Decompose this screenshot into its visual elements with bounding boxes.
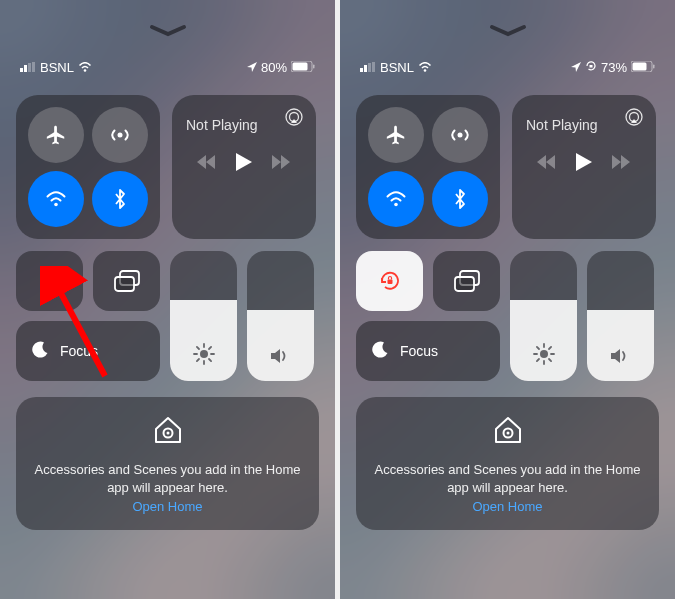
cellular-data-button[interactable] — [432, 107, 488, 163]
svg-point-8 — [118, 133, 123, 138]
orientation-lock-button[interactable] — [16, 251, 83, 311]
forward-icon[interactable] — [612, 155, 632, 173]
home-icon — [151, 413, 185, 451]
screen-mirroring-button[interactable] — [93, 251, 160, 311]
media-panel[interactable]: Not Playing — [512, 95, 656, 239]
svg-line-20 — [196, 347, 198, 349]
svg-rect-34 — [633, 63, 647, 71]
bluetooth-button[interactable] — [432, 171, 488, 227]
battery-percent: 73% — [601, 60, 627, 75]
phone-screen-2: BSNL 73% — [340, 0, 675, 599]
svg-rect-28 — [364, 65, 367, 72]
wifi-button[interactable] — [28, 171, 84, 227]
forward-icon[interactable] — [272, 155, 292, 173]
status-bar: BSNL 73% — [340, 60, 675, 75]
brightness-slider[interactable] — [170, 251, 237, 381]
svg-point-37 — [394, 203, 398, 207]
focus-label: Focus — [60, 343, 98, 359]
battery-percent: 80% — [261, 60, 287, 75]
svg-point-25 — [166, 432, 169, 435]
svg-rect-35 — [653, 65, 655, 69]
wifi-status-icon — [78, 60, 92, 75]
svg-rect-42 — [455, 277, 474, 291]
svg-rect-2 — [28, 63, 31, 72]
svg-point-36 — [458, 133, 463, 138]
wifi-button[interactable] — [368, 171, 424, 227]
rewind-icon[interactable] — [196, 155, 216, 173]
connectivity-panel[interactable] — [16, 95, 160, 239]
play-icon[interactable] — [236, 153, 252, 175]
open-home-link[interactable]: Open Home — [472, 499, 542, 514]
svg-line-22 — [196, 359, 198, 361]
svg-line-49 — [549, 359, 551, 361]
svg-point-53 — [506, 432, 509, 435]
focus-button[interactable]: Focus — [16, 321, 160, 381]
svg-line-48 — [536, 347, 538, 349]
rewind-icon[interactable] — [536, 155, 556, 173]
airplane-mode-button[interactable] — [368, 107, 424, 163]
media-panel[interactable]: Not Playing — [172, 95, 316, 239]
signal-icon — [360, 60, 376, 75]
svg-rect-32 — [589, 65, 592, 68]
svg-line-21 — [209, 359, 211, 361]
focus-button[interactable]: Focus — [356, 321, 500, 381]
volume-icon — [610, 347, 632, 369]
phone-screen-1: BSNL 80% — [0, 0, 335, 599]
status-bar: BSNL 80% — [0, 60, 335, 75]
svg-line-51 — [549, 347, 551, 349]
svg-rect-0 — [20, 68, 23, 72]
svg-point-15 — [200, 350, 208, 358]
volume-slider[interactable] — [587, 251, 654, 381]
collapse-chevron-icon[interactable] — [488, 24, 528, 42]
moon-icon — [370, 340, 390, 363]
svg-rect-29 — [368, 63, 371, 72]
svg-rect-27 — [360, 68, 363, 72]
svg-rect-7 — [313, 65, 315, 69]
signal-icon — [20, 60, 36, 75]
svg-point-4 — [84, 69, 87, 72]
moon-icon — [30, 340, 50, 363]
cellular-data-button[interactable] — [92, 107, 148, 163]
home-card[interactable]: Accessories and Scenes you add in the Ho… — [356, 397, 659, 530]
svg-rect-3 — [32, 62, 35, 72]
play-icon[interactable] — [576, 153, 592, 175]
location-icon — [571, 60, 581, 75]
airplay-icon[interactable] — [624, 107, 644, 131]
screen-mirroring-button[interactable] — [433, 251, 500, 311]
location-icon — [247, 60, 257, 75]
svg-line-50 — [536, 359, 538, 361]
svg-point-43 — [540, 350, 548, 358]
svg-rect-12 — [47, 280, 52, 285]
svg-rect-40 — [387, 280, 392, 285]
battery-icon — [291, 60, 315, 75]
svg-point-31 — [424, 69, 427, 72]
wifi-status-icon — [418, 60, 432, 75]
connectivity-panel[interactable] — [356, 95, 500, 239]
svg-point-9 — [54, 203, 58, 207]
brightness-icon — [533, 343, 555, 369]
battery-icon — [631, 60, 655, 75]
volume-slider[interactable] — [247, 251, 314, 381]
home-icon — [491, 413, 525, 451]
volume-icon — [270, 347, 292, 369]
bluetooth-button[interactable] — [92, 171, 148, 227]
home-text: Accessories and Scenes you add in the Ho… — [32, 461, 303, 497]
brightness-slider[interactable] — [510, 251, 577, 381]
home-text: Accessories and Scenes you add in the Ho… — [372, 461, 643, 497]
orientation-lock-button[interactable] — [356, 251, 423, 311]
svg-rect-30 — [372, 62, 375, 72]
carrier-label: BSNL — [40, 60, 74, 75]
airplane-mode-button[interactable] — [28, 107, 84, 163]
svg-rect-6 — [293, 63, 308, 71]
focus-label: Focus — [400, 343, 438, 359]
open-home-link[interactable]: Open Home — [132, 499, 202, 514]
carrier-label: BSNL — [380, 60, 414, 75]
collapse-chevron-icon[interactable] — [148, 24, 188, 42]
svg-rect-1 — [24, 65, 27, 72]
brightness-icon — [193, 343, 215, 369]
svg-rect-14 — [115, 277, 134, 291]
svg-line-23 — [209, 347, 211, 349]
airplay-icon[interactable] — [284, 107, 304, 131]
orientation-lock-status-icon — [585, 60, 597, 75]
home-card[interactable]: Accessories and Scenes you add in the Ho… — [16, 397, 319, 530]
